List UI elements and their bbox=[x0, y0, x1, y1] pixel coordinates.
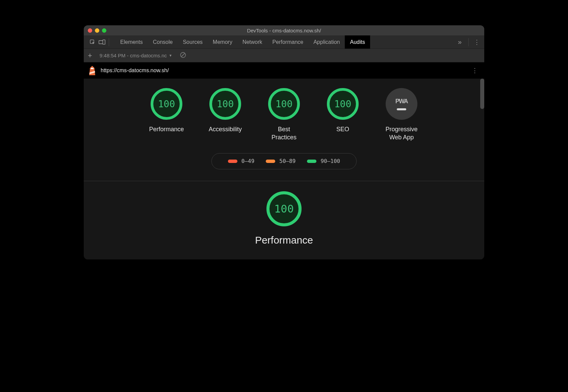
legend-average: 50–89 bbox=[266, 158, 295, 164]
legend-pass: 90–100 bbox=[307, 158, 340, 164]
legend-range: 0–49 bbox=[241, 158, 255, 164]
svg-rect-6 bbox=[91, 68, 94, 69]
legend-range: 90–100 bbox=[320, 158, 340, 164]
window-title: DevTools - cms-datocms.now.sh/ bbox=[84, 28, 484, 33]
legend-pill-icon bbox=[307, 160, 316, 163]
report-menu-icon[interactable]: ⋮ bbox=[470, 67, 480, 74]
new-audit-icon[interactable]: + bbox=[88, 51, 92, 60]
tab-sources[interactable]: Sources bbox=[178, 35, 208, 49]
devtools-tabs-bar: Elements Console Sources Memory Network … bbox=[84, 35, 484, 49]
gauge-label: Accessibility bbox=[209, 125, 242, 133]
pwa-icon: PWA bbox=[395, 98, 408, 105]
panel-tabs: Elements Console Sources Memory Network … bbox=[115, 35, 370, 49]
window-controls bbox=[88, 28, 106, 33]
category-performance: 100 Performance bbox=[84, 181, 484, 259]
svg-rect-1 bbox=[99, 40, 103, 44]
svg-rect-2 bbox=[103, 40, 105, 44]
gauge-seo[interactable]: 100 SEO bbox=[321, 88, 365, 142]
score-gauges: 100 Performance 100 Accessibility 100 Be… bbox=[84, 87, 484, 142]
clear-icon[interactable] bbox=[180, 52, 186, 60]
inspect-icon[interactable] bbox=[88, 37, 97, 47]
lighthouse-icon bbox=[88, 66, 96, 75]
category-score: 100 bbox=[274, 202, 294, 215]
audit-run-selector[interactable]: 9:48:54 PM - cms-datocms.nc ▼ bbox=[100, 53, 172, 58]
gauge-label: Performance bbox=[149, 125, 184, 133]
tab-audits[interactable]: Audits bbox=[345, 35, 370, 49]
gauge-label: SEO bbox=[336, 125, 349, 133]
tab-network[interactable]: Network bbox=[237, 35, 267, 49]
tab-application[interactable]: Application bbox=[308, 35, 345, 49]
legend-fail: 0–49 bbox=[228, 158, 255, 164]
score-legend: 0–49 50–89 90–100 bbox=[211, 153, 357, 169]
tab-memory[interactable]: Memory bbox=[208, 35, 237, 49]
window-titlebar: DevTools - cms-datocms.now.sh/ bbox=[84, 25, 484, 35]
category-title: Performance bbox=[255, 234, 313, 246]
close-button[interactable] bbox=[88, 28, 92, 33]
report-body: 100 Performance 100 Accessibility 100 Be… bbox=[84, 79, 484, 259]
overflow-tabs-icon[interactable]: » bbox=[455, 38, 465, 46]
tab-elements[interactable]: Elements bbox=[115, 35, 148, 49]
devtools-window: DevTools - cms-datocms.now.sh/ Elements … bbox=[84, 25, 484, 259]
audits-toolbar: + 9:48:54 PM - cms-datocms.nc ▼ bbox=[84, 49, 484, 62]
maximize-button[interactable] bbox=[102, 28, 106, 33]
pwa-status-bar bbox=[397, 108, 406, 110]
gauge-score: 100 bbox=[276, 99, 293, 110]
divider bbox=[468, 38, 469, 46]
settings-menu-icon[interactable]: ⋮ bbox=[472, 38, 482, 46]
svg-line-4 bbox=[181, 53, 185, 57]
chevron-down-icon: ▼ bbox=[169, 54, 172, 57]
gauge-score: 100 bbox=[217, 99, 234, 110]
legend-pill-icon bbox=[228, 160, 237, 163]
minimize-button[interactable] bbox=[95, 28, 99, 33]
device-toggle-icon[interactable] bbox=[97, 37, 107, 47]
tab-console[interactable]: Console bbox=[148, 35, 178, 49]
audit-run-label: 9:48:54 PM - cms-datocms.nc bbox=[100, 53, 167, 58]
gauge-accessibility[interactable]: 100 Accessibility bbox=[203, 88, 247, 142]
legend-pill-icon bbox=[266, 160, 275, 163]
tab-performance[interactable]: Performance bbox=[267, 35, 309, 49]
legend-range: 50–89 bbox=[279, 158, 295, 164]
gauge-score: 100 bbox=[334, 99, 352, 110]
report-url: https://cms-datocms.now.sh/ bbox=[101, 67, 169, 74]
gauge-label: BestPractices bbox=[272, 125, 296, 142]
report-url-bar: https://cms-datocms.now.sh/ ⋮ bbox=[84, 62, 484, 79]
gauge-label: ProgressiveWeb App bbox=[385, 125, 417, 142]
gauge-score: 100 bbox=[158, 99, 175, 110]
gauge-pwa[interactable]: PWA ProgressiveWeb App bbox=[380, 88, 423, 142]
divider bbox=[109, 38, 109, 46]
scrollbar-thumb[interactable] bbox=[480, 79, 484, 109]
gauge-performance[interactable]: 100 Performance bbox=[145, 88, 188, 142]
gauge-best-practices[interactable]: 100 BestPractices bbox=[262, 88, 306, 142]
